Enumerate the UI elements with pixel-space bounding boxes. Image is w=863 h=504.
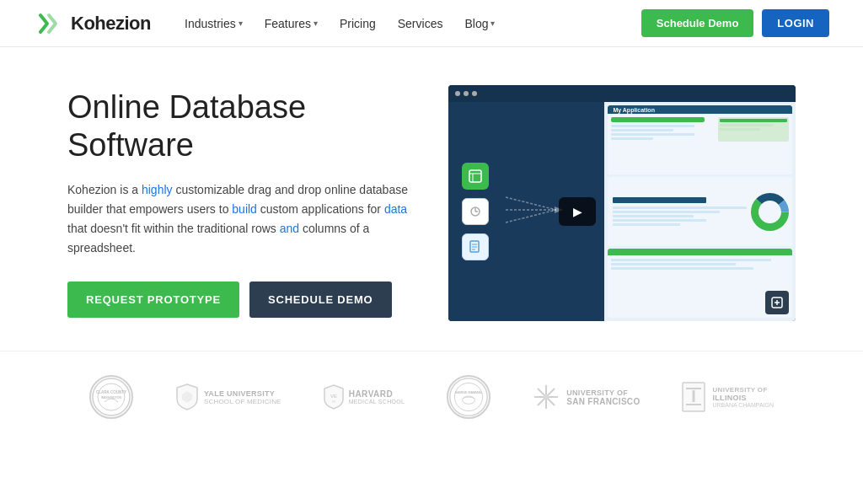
harvard-shield-icon: VE RI (324, 384, 344, 410)
svg-text:CLARK COUNTY: CLARK COUNTY (96, 390, 126, 394)
illinois-logo-group: I University of Illinois Urbana Champaig… (682, 382, 774, 412)
harvard-logo-group: VE RI HARVARD Medical School (324, 384, 405, 410)
nav-right: Schedule Demo LOGIN (641, 9, 829, 37)
hero-section: Online Database Software Kohezion is a h… (0, 47, 863, 351)
logo-clark-county: CLARK COUNTY WASHINGTON (89, 375, 133, 419)
logo-marine-mammal: MARINE MAMMAL (447, 375, 490, 419)
marine-mammal-seal: MARINE MAMMAL (447, 375, 490, 419)
play-button-area[interactable]: ▶ (559, 197, 596, 226)
highlight-build: build (232, 202, 257, 216)
logo-illinois: I University of Illinois Urbana Champaig… (682, 382, 774, 412)
svg-line-11 (506, 197, 556, 210)
yale-text: Yale University School of Medicine (204, 389, 281, 405)
svg-text:VE: VE (330, 394, 337, 399)
navbar: Kohezion Industries ▾ Features ▾ Pricing… (0, 0, 863, 47)
hero-image: ▶ My Application (448, 85, 796, 321)
hero-buttons: REQUEST PROTOTYPE SCHEDULE DEMO (67, 281, 415, 318)
chevron-down-icon: ▾ (490, 19, 495, 28)
flow-icon-circle (462, 198, 489, 225)
nav-item-services[interactable]: Services (389, 12, 452, 35)
corner-icon (765, 291, 789, 314)
illinois-text: University of Illinois Urbana Champaign (712, 386, 774, 408)
svg-text:MARINE MAMMAL: MARINE MAMMAL (455, 391, 483, 394)
schedule-demo-hero-button[interactable]: SCHEDULE DEMO (249, 281, 392, 318)
hero-description: Kohezion is a highly customizable drag a… (67, 180, 415, 258)
svg-rect-1 (469, 170, 481, 182)
mockup-topbar (448, 85, 796, 102)
svg-text:RI: RI (332, 399, 335, 404)
highlight-data: data (384, 202, 407, 216)
pie-chart (751, 193, 789, 231)
hero-content: Online Database Software Kohezion is a h… (67, 88, 448, 319)
login-button[interactable]: LOGIN (762, 9, 829, 37)
nav-item-features[interactable]: Features ▾ (256, 12, 326, 35)
brand-name: Kohezion (71, 13, 151, 35)
schedule-demo-button[interactable]: Schedule Demo (641, 9, 754, 37)
play-button[interactable]: ▶ (559, 197, 596, 226)
dashboard-mockup: ▶ My Application (448, 85, 796, 321)
clark-county-seal: CLARK COUNTY WASHINGTON (89, 375, 133, 419)
highlight-and: and (280, 222, 299, 235)
usf-snowflake-icon (533, 383, 560, 410)
usf-text: University of San Francisco (566, 389, 640, 406)
yale-logo-group: Yale University School of Medicine (175, 383, 281, 411)
nav-item-blog[interactable]: Blog ▾ (456, 12, 503, 35)
flow-icon-doc (462, 233, 489, 260)
logo-yale: Yale University School of Medicine (175, 383, 281, 411)
mockup-panel-chart (608, 177, 792, 246)
nav-item-pricing[interactable]: Pricing (331, 12, 384, 35)
logos-section: CLARK COUNTY WASHINGTON Yale University … (0, 351, 863, 442)
highlight-highly: highly (142, 183, 173, 196)
logo-usf: University of San Francisco (533, 383, 640, 410)
chevron-down-icon: ▾ (314, 19, 318, 28)
mockup-panel-top: My Application (608, 105, 792, 174)
logo[interactable]: Kohezion (34, 8, 151, 39)
svg-line-13 (506, 210, 556, 223)
nav-item-industries[interactable]: Industries ▾ (176, 12, 251, 35)
svg-point-35 (544, 394, 549, 399)
chevron-down-icon: ▾ (239, 19, 243, 28)
dot-2 (464, 91, 469, 96)
svg-text:I: I (692, 387, 697, 405)
harvard-text: HARVARD Medical School (349, 389, 405, 405)
flow-icon-spreadsheet (462, 163, 489, 190)
hero-title: Online Database Software (67, 88, 415, 165)
yale-shield-icon (175, 383, 199, 411)
logo-harvard: VE RI HARVARD Medical School (324, 384, 405, 410)
request-prototype-button[interactable]: REQUEST PROTOTYPE (67, 281, 239, 318)
dot-1 (455, 91, 460, 96)
illinois-letter-icon: I (682, 382, 705, 412)
usf-logo-group: University of San Francisco (533, 383, 640, 410)
dot-3 (472, 91, 477, 96)
nav-links: Industries ▾ Features ▾ Pricing Services… (176, 12, 641, 35)
kohezion-logo-icon (34, 8, 64, 39)
